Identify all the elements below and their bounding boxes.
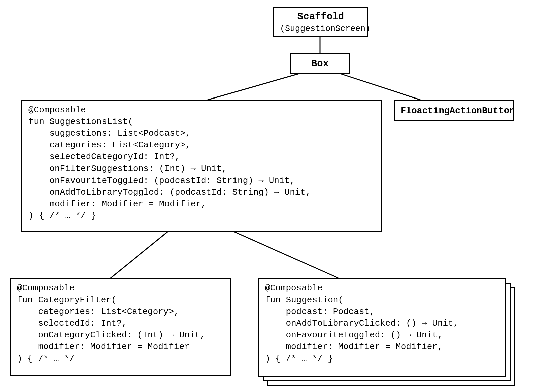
suggestions-list-code: @Composable fun SuggestionsList( suggest… [28, 104, 375, 222]
suggestion-code: @Composable fun Suggestion( podcast: Pod… [265, 282, 499, 365]
svg-line-4 [234, 232, 338, 278]
fab-label: FloactingActionButton [401, 106, 515, 116]
node-scaffold: Scaffold (SuggestionScreen) [273, 7, 368, 37]
node-suggestions-list: @Composable fun SuggestionsList( suggest… [21, 100, 382, 232]
node-floating-action-button: FloactingActionButton [394, 100, 514, 121]
node-box: Box [290, 53, 350, 74]
category-filter-code: @Composable fun CategoryFilter( categori… [17, 282, 224, 365]
box-label: Box [311, 58, 329, 69]
svg-line-3 [111, 232, 168, 278]
node-suggestion: @Composable fun Suggestion( podcast: Pod… [258, 278, 506, 377]
svg-line-2 [338, 73, 420, 100]
svg-line-1 [208, 73, 302, 100]
scaffold-subtitle: (SuggestionScreen) [280, 23, 361, 35]
node-category-filter: @Composable fun CategoryFilter( categori… [10, 278, 231, 376]
scaffold-title: Scaffold [280, 10, 361, 23]
